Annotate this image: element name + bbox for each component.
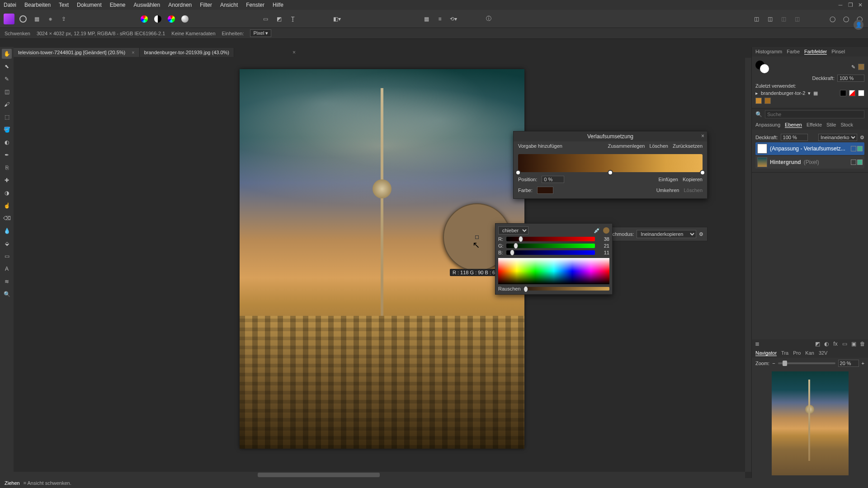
position-input[interactable]: [542, 176, 564, 183]
canvas-scrollbar-h[interactable]: [14, 472, 745, 478]
blend-mode-select[interactable]: Ineinanderkopieren: [637, 230, 696, 238]
layer-opacity-input[interactable]: [781, 134, 808, 141]
canvas-viewport[interactable]: [14, 58, 751, 478]
b-slider[interactable]: [506, 250, 595, 255]
blur-tool-icon[interactable]: 💧: [2, 226, 12, 236]
menu-filter[interactable]: Filter: [200, 2, 212, 8]
preset-name[interactable]: brandenburger-tor-2: [761, 90, 805, 96]
noise-slider[interactable]: [524, 287, 609, 291]
account-icon[interactable]: 👤: [854, 20, 863, 30]
trash-icon[interactable]: 🗑: [859, 341, 866, 347]
layers-mode-icon[interactable]: ≣: [754, 341, 761, 347]
menu-hilfe[interactable]: Hilfe: [273, 2, 283, 8]
swatch-1[interactable]: [755, 98, 762, 104]
layer-gear-icon[interactable]: ⚙: [860, 135, 864, 141]
blend-gear-icon[interactable]: ⚙: [699, 231, 703, 237]
menu-ebene[interactable]: Ebene: [110, 2, 126, 8]
swatch-eyedropper-icon[interactable]: ✎: [851, 64, 855, 70]
group-icon[interactable]: ▭: [841, 341, 848, 347]
layer-1-visible-icon[interactable]: [857, 160, 863, 165]
crop-icon[interactable]: ◧▾: [332, 14, 342, 24]
tab-ebenen[interactable]: Ebenen: [785, 122, 802, 128]
minimize-button[interactable]: ─: [836, 2, 844, 8]
maximize-button[interactable]: ❐: [846, 2, 854, 8]
brush-tool-icon[interactable]: 🖌: [2, 99, 12, 109]
menu-anordnen[interactable]: Anordnen: [168, 2, 192, 8]
fg-bg-swatch-icon[interactable]: [755, 61, 772, 73]
doctabs-close-all-icon[interactable]: ×: [289, 49, 299, 56]
hand-tool-icon[interactable]: ✋: [2, 49, 12, 59]
reset-button[interactable]: Zurücksetzen: [673, 143, 703, 149]
tab-effekte[interactable]: Effekte: [807, 122, 822, 128]
pen-tool-icon[interactable]: ✒: [2, 150, 12, 160]
snap-1-icon[interactable]: ◯: [827, 14, 837, 24]
tab-tra[interactable]: Tra: [781, 350, 788, 356]
swatch-white[interactable]: [858, 90, 864, 96]
persona-export-icon[interactable]: ⇪: [59, 14, 69, 24]
adj-bw-icon[interactable]: [153, 14, 163, 24]
layer-blend-select[interactable]: Ineinanderko: [818, 134, 857, 141]
tab-stile[interactable]: Stile: [826, 122, 836, 128]
doctab-0[interactable]: television-tower-7244801.jpg [Geändert] …: [14, 48, 140, 57]
delete-button[interactable]: Löschen: [649, 143, 668, 149]
swatch-black[interactable]: [840, 90, 846, 96]
preset-add-button[interactable]: Vorgabe hinzufügen: [518, 143, 562, 149]
dialog-color-picker[interactable]: chieber 💉 R: 38 G: 21 B: 11 Rauschen: [495, 223, 613, 295]
move-tool-icon[interactable]: ⬉: [2, 61, 12, 71]
eyedropper-icon[interactable]: 💉: [594, 227, 600, 234]
preset-grid-icon[interactable]: ▦: [813, 90, 818, 96]
tab-32v[interactable]: 32V: [819, 350, 828, 356]
arrange-icon[interactable]: ⟲▾: [448, 14, 458, 24]
copy-button[interactable]: Kopieren: [683, 177, 703, 182]
dialog-close-icon[interactable]: ×: [701, 133, 704, 139]
persona-photo-icon[interactable]: [18, 14, 28, 24]
selection-refine-icon[interactable]: ◩: [274, 14, 284, 24]
selection-marquee-icon[interactable]: ▭: [260, 14, 270, 24]
menu-bearbeiten[interactable]: Bearbeiten: [24, 2, 51, 8]
selection-text-icon[interactable]: Ṯ: [288, 14, 297, 24]
menu-datei[interactable]: Datei: [4, 2, 16, 8]
tab-histogramm[interactable]: Histogramm: [755, 49, 782, 55]
clone-tool-icon[interactable]: ⎘: [2, 163, 12, 173]
layer-0-visible-icon[interactable]: [857, 146, 863, 151]
color-swatch[interactable]: [537, 187, 553, 194]
vector-tool-icon[interactable]: ≋: [2, 277, 12, 286]
layer-0-lock-icon[interactable]: [851, 146, 856, 151]
color-picker-tool-icon[interactable]: ✎: [2, 74, 12, 84]
layer-0[interactable]: (Anpassung - Verlaufsumsetz...: [755, 142, 864, 155]
preset-disclosure-icon[interactable]: ▸: [755, 90, 758, 96]
flood-fill-icon[interactable]: 🪣: [2, 125, 12, 135]
dodge-tool-icon[interactable]: ◑: [2, 188, 12, 198]
gradient-strip[interactable]: [518, 154, 703, 172]
delete-stop-button[interactable]: Löschen: [684, 188, 703, 193]
dialog-gradient-map[interactable]: Verlaufsumsetzung × Vorgabe hinzufügen Z…: [513, 131, 708, 199]
menu-dokument[interactable]: Dokument: [77, 2, 102, 8]
align-icon[interactable]: ≡: [435, 14, 445, 24]
grid-icon[interactable]: ▦: [421, 14, 431, 24]
layer-1-lock-icon[interactable]: [851, 160, 856, 165]
adjustment-icon[interactable]: ◐: [823, 341, 830, 347]
navigator-preview[interactable]: [772, 371, 849, 475]
menu-fenster[interactable]: Fenster: [246, 2, 264, 8]
text-tool-icon[interactable]: A: [2, 264, 12, 274]
stack-3-icon[interactable]: ◫: [778, 14, 788, 24]
eraser-tool-icon[interactable]: ⌫: [2, 213, 12, 223]
preset-dropdown-icon[interactable]: ▾: [808, 90, 811, 96]
r-slider[interactable]: [506, 237, 595, 241]
zoom-input[interactable]: [838, 360, 859, 367]
tab-kan[interactable]: Kan: [805, 350, 814, 356]
add-layer-icon[interactable]: ▣: [850, 341, 857, 347]
fx-icon[interactable]: fx: [832, 341, 839, 347]
swatch-none[interactable]: [849, 90, 855, 96]
tab-anpassung[interactable]: Anpassung: [755, 122, 780, 128]
tab-pinsel[interactable]: Pinsel: [831, 49, 845, 55]
canvas-scrollbar-v[interactable]: [745, 58, 751, 472]
doctab-1[interactable]: brandenburger-tor-201939.jpg (43.0%): [140, 48, 234, 57]
menu-ansicht[interactable]: Ansicht: [220, 2, 238, 8]
stack-1-icon[interactable]: ◫: [751, 14, 761, 24]
shape-tool-icon[interactable]: ▭: [2, 251, 12, 261]
persona-liquify-icon[interactable]: ▦: [32, 14, 42, 24]
tab-farbe[interactable]: Farbe: [787, 49, 800, 55]
menu-text[interactable]: Text: [59, 2, 69, 8]
tab-navigator[interactable]: Navigator: [755, 350, 777, 356]
